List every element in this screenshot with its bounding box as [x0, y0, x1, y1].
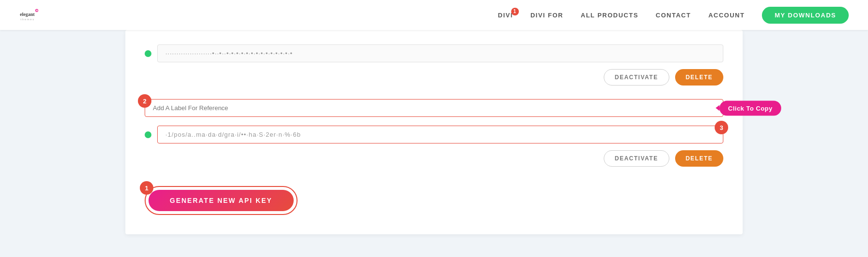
- delete-button-2[interactable]: DELETE: [675, 150, 723, 167]
- nav-divi[interactable]: DIVI 1: [498, 12, 513, 19]
- label-section: 2 Click To Copy: [145, 99, 723, 117]
- nav-account[interactable]: ACCOUNT: [708, 12, 745, 19]
- svg-text:themes: themes: [21, 18, 35, 21]
- step-badge-2: 2: [138, 94, 151, 108]
- generate-section: 1 GENERATE NEW API KEY: [145, 186, 298, 215]
- logo-area: elegant themes ✦: [19, 5, 43, 25]
- svg-text:elegant: elegant: [20, 12, 35, 17]
- status-dot-2: [145, 131, 151, 138]
- nav-contact[interactable]: CONTACT: [656, 12, 691, 19]
- api-keys-card: DEACTIVATE DELETE 2 Click To Copy 3 DEAC…: [125, 30, 743, 234]
- main-content: DEACTIVATE DELETE 2 Click To Copy 3 DEAC…: [0, 30, 868, 234]
- elegant-themes-logo: elegant themes ✦: [19, 5, 43, 25]
- step-badge-3: 3: [715, 121, 728, 134]
- delete-button-1[interactable]: DELETE: [675, 69, 723, 86]
- main-nav: DIVI 1 DIVI FOR ALL PRODUCTS CONTACT ACC…: [498, 12, 745, 19]
- nav-contact-label: CONTACT: [656, 12, 691, 19]
- nav-divi-for-label: DIVI FOR: [530, 12, 563, 19]
- deactivate-button-1[interactable]: DEACTIVATE: [604, 69, 669, 86]
- api-key-row-2: 3: [145, 126, 723, 143]
- step-badge-1: 1: [140, 181, 153, 195]
- label-input[interactable]: [145, 99, 723, 117]
- status-dot-1: [145, 50, 151, 57]
- generate-wrapper: GENERATE NEW API KEY: [145, 186, 298, 215]
- nav-all-products[interactable]: ALL PRODUCTS: [581, 12, 638, 19]
- nav-account-label: ACCOUNT: [708, 12, 745, 19]
- svg-text:✦: ✦: [36, 9, 38, 12]
- api-key-row-1: [145, 44, 723, 62]
- header: elegant themes ✦ DIVI 1 DIVI FOR ALL PRO…: [0, 0, 868, 30]
- copy-tooltip[interactable]: Click To Copy: [719, 100, 781, 115]
- generate-api-key-button[interactable]: GENERATE NEW API KEY: [149, 190, 294, 211]
- action-row-1: DEACTIVATE DELETE: [145, 69, 723, 86]
- my-downloads-button[interactable]: MY DOWNLOADS: [762, 7, 849, 24]
- deactivate-button-2[interactable]: DEACTIVATE: [604, 150, 669, 167]
- label-input-wrapper: [145, 99, 723, 117]
- api-key-input-2[interactable]: [157, 126, 723, 143]
- label-row: 2 Click To Copy: [145, 99, 723, 117]
- nav-divi-for[interactable]: DIVI FOR: [530, 12, 563, 19]
- api-key-row-2-inner: 3: [145, 126, 723, 143]
- action-row-2: DEACTIVATE DELETE: [145, 150, 723, 167]
- divi-badge: 1: [511, 8, 519, 15]
- nav-all-products-label: ALL PRODUCTS: [581, 12, 638, 19]
- api-key-input-1[interactable]: [157, 44, 723, 62]
